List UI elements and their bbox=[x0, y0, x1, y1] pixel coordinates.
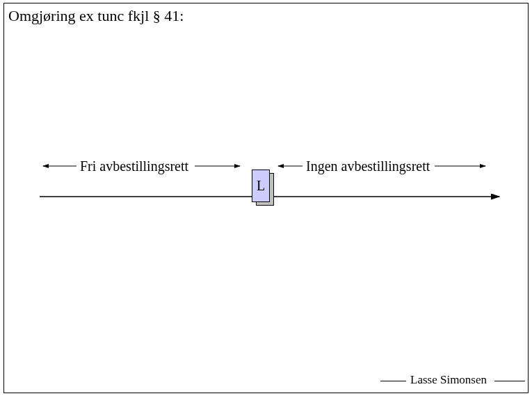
author-name: Lasse Simonsen bbox=[410, 373, 487, 387]
author-divider-right bbox=[494, 381, 525, 381]
left-label: Fri avbestillingsrett bbox=[80, 158, 188, 174]
author-divider-left bbox=[380, 381, 406, 381]
event-box-label: L bbox=[257, 178, 265, 194]
right-label: Ingen avbestillingsrett bbox=[306, 158, 430, 174]
event-box: L bbox=[252, 170, 270, 202]
slide: Omgjøring ex tunc fkjl § 41: Fri avbesti… bbox=[0, 0, 532, 396]
